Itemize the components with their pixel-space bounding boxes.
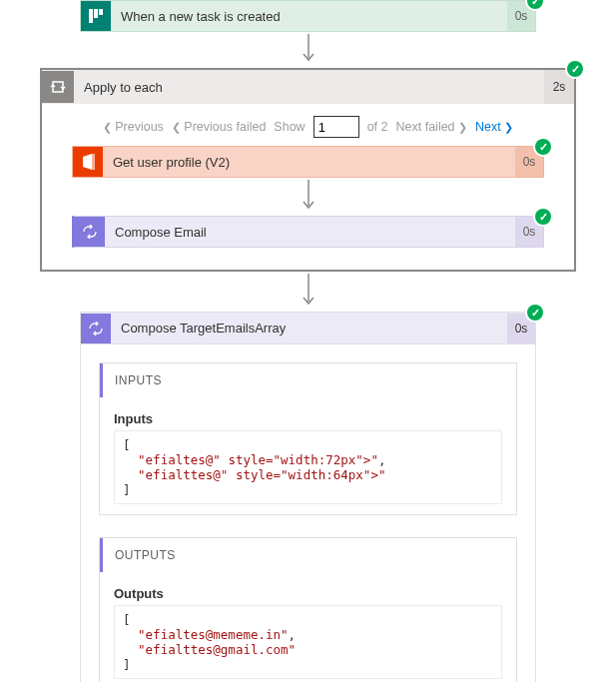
loop-icon <box>42 71 74 103</box>
loop-title: Apply to each <box>74 80 544 95</box>
office-icon <box>73 147 103 177</box>
trigger-title: When a new task is created <box>111 9 507 24</box>
inputs-code: [ "efialtes@" style="width:72px">", "efi… <box>114 430 502 504</box>
connector-arrow <box>0 272 616 312</box>
inputs-panel: INPUTS Inputs [ "efialtes@" style="width… <box>99 362 517 515</box>
success-badge: ✓ <box>527 305 543 321</box>
outputs-label: Outputs <box>114 586 502 601</box>
compose-icon <box>81 314 111 343</box>
inputs-label: Inputs <box>114 411 502 426</box>
outputs-code: [ "efialtes@mememe.in", "efialttes@gmail… <box>114 605 502 679</box>
connector-arrow <box>42 178 574 216</box>
apply-to-each-header[interactable]: Apply to each 2s <box>42 70 574 104</box>
pager-next-failed[interactable]: Next failed ❯ <box>396 120 468 134</box>
pager-next[interactable]: Next ❯ <box>475 120 513 134</box>
svg-rect-1 <box>94 9 98 18</box>
compose-target-emails-title: Compose TargetEmailsArray <box>111 321 507 336</box>
success-badge: ✓ <box>535 139 551 155</box>
planner-icon <box>81 1 111 31</box>
outputs-header: OUTPUTS <box>100 538 516 572</box>
success-badge: ✓ <box>567 61 583 77</box>
get-user-profile-card[interactable]: Get user profile (V2) 0s ✓ <box>72 146 544 178</box>
connector-arrow <box>0 32 616 68</box>
pager-of-label: of 2 <box>367 120 388 134</box>
success-badge: ✓ <box>535 209 551 225</box>
compose-email-card[interactable]: Compose Email 0s ✓ <box>72 216 544 248</box>
pager-previous-failed[interactable]: ❮ Previous failed <box>172 120 266 134</box>
pager-page-input[interactable] <box>313 116 359 138</box>
svg-rect-2 <box>99 9 103 15</box>
pager-show-label: Show <box>274 120 305 134</box>
compose-email-title: Compose Email <box>105 225 515 240</box>
outputs-panel: OUTPUTS Outputs [ "efialtes@mememe.in", … <box>99 537 517 682</box>
compose-target-emails-card: Compose TargetEmailsArray 0s ✓ INPUTS In… <box>80 312 536 682</box>
svg-rect-0 <box>89 9 93 23</box>
svg-marker-4 <box>83 154 92 170</box>
svg-rect-5 <box>92 154 95 170</box>
compose-target-emails-header[interactable]: Compose TargetEmailsArray 0s <box>81 313 535 344</box>
loop-pager: ❮ Previous ❮ Previous failed Show of 2 N… <box>42 104 574 146</box>
compose-icon <box>75 217 105 247</box>
trigger-card[interactable]: When a new task is created 0s ✓ <box>80 0 536 32</box>
get-user-profile-title: Get user profile (V2) <box>103 155 515 170</box>
pager-previous[interactable]: ❮ Previous <box>103 120 164 134</box>
apply-to-each-container: Apply to each 2s ✓ ❮ Previous ❮ Previous… <box>40 68 576 272</box>
inputs-header: INPUTS <box>100 363 516 397</box>
